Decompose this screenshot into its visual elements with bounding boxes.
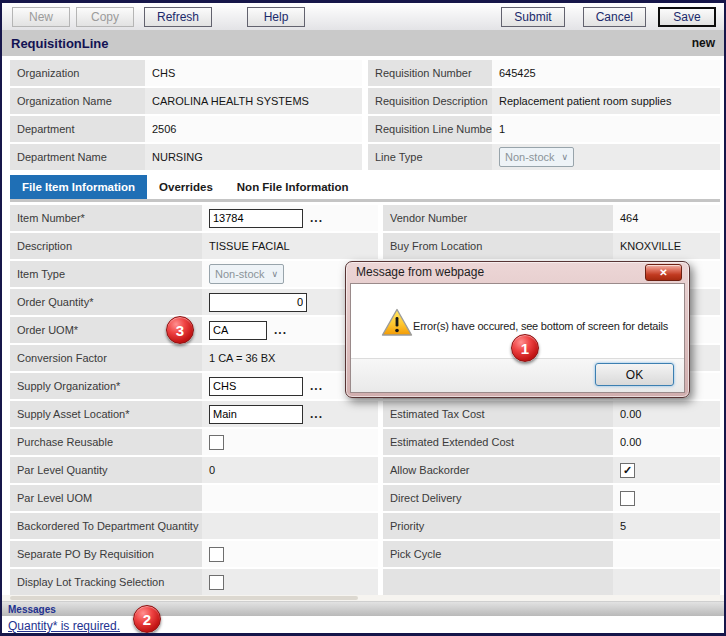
label-backordered-to-department-quantity: Backordered To Department Quantity <box>10 511 202 539</box>
close-icon[interactable]: ✕ <box>645 264 682 281</box>
label-conversion-factor: Conversion Factor <box>10 343 202 371</box>
requisition-summary-grid: Organization CHS Requisition Number 6454… <box>10 58 720 170</box>
item-number-input[interactable] <box>209 209 303 228</box>
value-priority: 5 <box>613 511 720 539</box>
separate-po-by-requisition-checkbox[interactable] <box>209 547 224 562</box>
label-direct-delivery: Direct Delivery <box>383 483 613 511</box>
cancel-button[interactable]: Cancel <box>583 7 646 27</box>
label-par-level-quantity: Par Level Quantity <box>10 455 202 483</box>
value-department-name: NURSING <box>145 142 362 170</box>
value-backordered-to-department-quantity <box>202 511 378 539</box>
value-par-level-quantity: 0 <box>202 455 378 483</box>
toolbar: New Copy Refresh Help Submit Cancel Save <box>2 3 724 31</box>
label-department-name: Department Name <box>10 142 145 170</box>
warning-icon <box>381 308 413 337</box>
item-type-select: Non-stock ∨ <box>209 264 284 284</box>
tab-bar: File Item Information Overrides Non File… <box>10 172 720 199</box>
order-uom-more-icon[interactable]: ... <box>274 323 287 337</box>
error-message-link[interactable]: Quantity* is required. <box>8 619 120 633</box>
record-mode-badge: new <box>692 36 715 50</box>
page-header: RequisitionLine new <box>2 30 724 57</box>
value-estimated-tax-cost: 0.00 <box>613 399 720 427</box>
label-vendor-number: Vendor Number <box>383 203 613 231</box>
value-empty-row-14 <box>613 567 720 595</box>
label-supply-organization: Supply Organization* <box>10 371 202 399</box>
messages-header-label: Messages <box>8 604 56 615</box>
value-pick-cycle <box>613 539 720 567</box>
direct-delivery-checkbox[interactable] <box>620 491 635 506</box>
label-item-type: Item Type <box>10 259 202 287</box>
supply-asset-location-more-icon[interactable]: ... <box>310 407 323 421</box>
annotation-badge-2: 2 <box>133 605 161 633</box>
dialog-message-text: Error(s) have occured, see bottom of scr… <box>413 320 668 332</box>
label-supply-asset-location: Supply Asset Location* <box>10 399 202 427</box>
tab-overrides[interactable]: Overrides <box>147 175 225 199</box>
value-estimated-extended-cost: 0.00 <box>613 427 720 455</box>
chevron-down-icon: ∨ <box>272 269 279 279</box>
messages-area: Quantity* is required. <box>2 616 724 636</box>
value-description: TISSUE FACIAL <box>202 231 378 259</box>
tab-content-divider <box>10 199 720 202</box>
label-pick-cycle: Pick Cycle <box>383 539 613 567</box>
label-purchase-reusable: Purchase Reusable <box>10 427 202 455</box>
label-order-quantity: Order Quantity* <box>10 287 202 315</box>
save-button[interactable]: Save <box>658 7 716 27</box>
label-organization: Organization <box>10 58 145 86</box>
value-organization-name: CAROLINA HEALTH SYSTEMS <box>145 86 362 114</box>
value-vendor-number: 464 <box>613 203 720 231</box>
value-requisition-number: 645425 <box>492 58 720 86</box>
label-estimated-tax-cost: Estimated Tax Cost <box>383 399 613 427</box>
label-priority: Priority <box>383 511 613 539</box>
line-type-select: Non-stock ∨ <box>499 147 574 167</box>
label-description: Description <box>10 231 202 259</box>
line-type-selected-value: Non-stock <box>505 151 555 163</box>
display-lot-tracking-selection-checkbox[interactable] <box>209 575 224 590</box>
item-number-more-icon[interactable]: ... <box>310 211 323 225</box>
help-button[interactable]: Help <box>247 7 305 27</box>
supply-asset-location-input[interactable] <box>209 405 303 424</box>
ok-button[interactable]: OK <box>595 363 674 386</box>
annotation-badge-1: 1 <box>511 334 539 362</box>
dialog-title: Message from webpage <box>346 262 689 283</box>
value-organization: CHS <box>145 58 362 86</box>
label-buy-from-location: Buy From Location <box>383 231 613 259</box>
item-type-selected-value: Non-stock <box>215 268 265 280</box>
copy-button: Copy <box>76 7 134 27</box>
dialog-footer: OK <box>351 358 684 392</box>
messages-header-bar: Messages <box>2 601 724 616</box>
label-separate-po-by-requisition: Separate PO By Requisition <box>10 539 202 567</box>
label-requisition-number: Requisition Number <box>368 58 492 86</box>
label-estimated-extended-cost: Estimated Extended Cost <box>383 427 613 455</box>
purchase-reusable-checkbox[interactable] <box>209 435 224 450</box>
supply-organization-more-icon[interactable]: ... <box>310 379 323 393</box>
label-requisition-description: Requisition Description <box>368 86 492 114</box>
scrollbar-thumb[interactable] <box>10 596 358 600</box>
tab-non-file-information[interactable]: Non File Information <box>225 175 361 199</box>
page-title: RequisitionLine <box>11 36 109 51</box>
label-par-level-uom: Par Level UOM <box>10 483 202 511</box>
chevron-down-icon: ∨ <box>562 152 569 162</box>
new-button: New <box>12 7 70 27</box>
message-from-webpage-dialog: Message from webpage ✕ Error(s) have occ… <box>345 261 690 398</box>
requisition-line-window: New Copy Refresh Help Submit Cancel Save… <box>0 0 726 636</box>
value-department: 2506 <box>145 114 362 142</box>
annotation-badge-3: 3 <box>166 316 194 344</box>
label-organization-name: Organization Name <box>10 86 145 114</box>
order-quantity-input[interactable] <box>209 293 307 312</box>
supply-organization-input[interactable] <box>209 377 303 396</box>
order-uom-input[interactable] <box>209 321 267 340</box>
tab-file-item-information[interactable]: File Item Information <box>10 175 147 199</box>
submit-button[interactable]: Submit <box>501 7 564 27</box>
value-requisition-description: Replacement patient room supplies <box>492 86 720 114</box>
label-item-number: Item Number* <box>10 203 202 231</box>
label-line-type: Line Type <box>368 142 492 170</box>
label-allow-backorder: Allow Backorder <box>383 455 613 483</box>
refresh-button[interactable]: Refresh <box>144 7 212 27</box>
label-empty-row-14 <box>383 567 613 595</box>
value-par-level-uom <box>202 483 378 511</box>
allow-backorder-checkbox[interactable]: ✓ <box>620 463 635 478</box>
label-requisition-line-number: Requisition Line Number <box>368 114 492 142</box>
label-display-lot-tracking-selection: Display Lot Tracking Selection <box>10 567 202 595</box>
value-buy-from-location: KNOXVILLE <box>613 231 720 259</box>
label-department: Department <box>10 114 145 142</box>
